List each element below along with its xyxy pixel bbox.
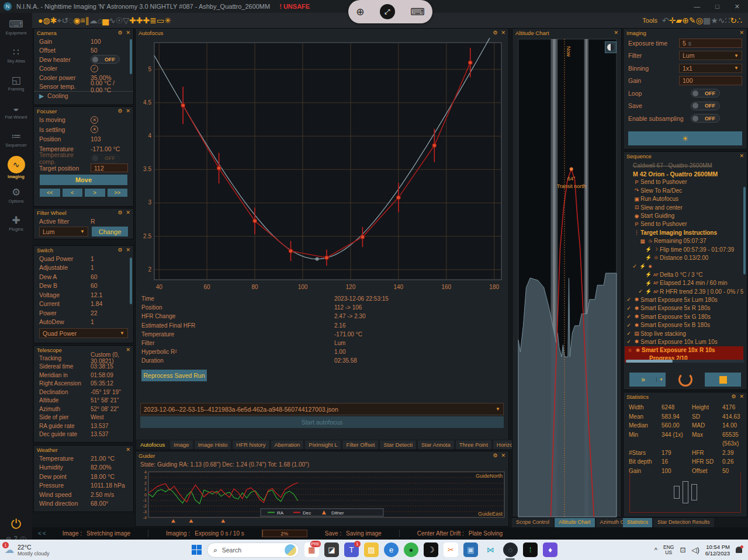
magnifier-icon[interactable]: ⊕ bbox=[356, 6, 364, 18]
autofocus-tab[interactable]: Image bbox=[169, 440, 193, 450]
settings-icon[interactable]: ⚙ bbox=[493, 453, 497, 458]
collapse-button[interactable]: << bbox=[38, 530, 47, 537]
close-icon[interactable]: ✕ bbox=[739, 394, 744, 399]
camera-scrollbar[interactable] bbox=[130, 39, 132, 74]
frame-icon[interactable]: ▭ bbox=[157, 16, 164, 25]
autofocus-tab[interactable]: Autofocus bbox=[136, 440, 169, 450]
start-autofocus-button[interactable]: Start autofocus bbox=[140, 416, 504, 428]
sequence-item[interactable]: ↷ Slew To Ra/Dec bbox=[625, 186, 743, 194]
sequence-item[interactable]: ✓ ▤ Stop live stacking bbox=[625, 329, 743, 338]
change-filter-button[interactable]: Change bbox=[92, 227, 128, 236]
binning-select[interactable]: 1x1▼ bbox=[679, 64, 742, 73]
undo-icon[interactable]: ↶ bbox=[662, 16, 669, 25]
step-fwd-button[interactable]: > bbox=[85, 189, 105, 197]
sequence-item[interactable]: ⚡ ☽ Flip time 00:57:39 - 01:07:39 bbox=[636, 245, 743, 253]
autofocus-tab[interactable]: PixInsight L bbox=[304, 440, 341, 450]
cooling-expander-icon[interactable]: ▶ bbox=[39, 92, 44, 99]
guider-icon[interactable]: ◉ bbox=[73, 16, 80, 25]
skip-instruction-button[interactable]: » ▾ bbox=[629, 373, 666, 387]
target-icon[interactable]: ◎ bbox=[696, 16, 703, 25]
star-detect-icon[interactable]: ∴ bbox=[737, 16, 742, 25]
capture-button[interactable]: ☀ bbox=[628, 131, 742, 145]
statistics-bottom-tab[interactable]: Statistics bbox=[623, 518, 652, 527]
minimize-button[interactable]: — bbox=[694, 3, 700, 11]
power-button[interactable]: ⏻ bbox=[0, 517, 32, 532]
taskbar-weather-widget[interactable]: ☁1 22°C Mostly cloudy bbox=[5, 544, 116, 556]
sequence-item[interactable]: ✓ ⚡ ◉ bbox=[631, 262, 743, 270]
exposure-time-input[interactable]: 5s bbox=[679, 39, 742, 48]
search-box[interactable]: ⌕ Search bbox=[207, 542, 299, 558]
target-position-input[interactable]: 112 bbox=[91, 164, 128, 172]
statistics-bottom-tab[interactable]: Star Detection Results bbox=[653, 518, 714, 527]
saved-run-select[interactable]: 2023-12-06--22-53-15--4121983a-6e5d-462a… bbox=[140, 403, 504, 415]
active-app-icon[interactable]: ◌ bbox=[503, 542, 518, 557]
phd2-icon[interactable]: ● bbox=[404, 542, 418, 557]
maximize-button[interactable]: □ bbox=[715, 3, 719, 11]
reprocess-saved-run-button[interactable]: Reprocess Saved Run bbox=[141, 370, 207, 381]
loop-app-icon[interactable]: ♦ bbox=[543, 542, 557, 557]
sidebar-item[interactable]: ∷ Sky Atlas bbox=[0, 42, 32, 69]
wand-icon[interactable]: ✎ bbox=[689, 16, 696, 25]
settings-icon[interactable]: ⚙ bbox=[117, 108, 122, 114]
autofocus-tab[interactable]: HFR history bbox=[232, 440, 269, 450]
bowtie-app-icon[interactable]: ⋈ bbox=[483, 542, 498, 557]
star-icon[interactable]: ★ bbox=[711, 16, 718, 25]
settings-icon[interactable]: ⚙ bbox=[117, 247, 122, 253]
switch-icon[interactable]: ∥ bbox=[85, 16, 89, 25]
sequence-item[interactable]: ⚡ ◎ Distance 0.13/2.00 bbox=[636, 253, 743, 262]
edge-icon[interactable]: e bbox=[384, 542, 399, 557]
close-icon[interactable]: ✕ bbox=[126, 108, 130, 114]
sequence-item[interactable]: ⋮ Target Imaging Instructions bbox=[625, 228, 743, 236]
filter-select[interactable]: Lum▼ bbox=[39, 227, 88, 236]
settings-icon[interactable]: ⚙ bbox=[731, 394, 736, 399]
photos-icon[interactable]: ◪ bbox=[324, 542, 339, 557]
save-toggle[interactable]: OFF bbox=[691, 102, 720, 110]
history-icon[interactable]: ↻ bbox=[730, 16, 737, 25]
sequence-item[interactable]: ✓ ⚡ AF R HFR trend 2.39 | 0.00 - 0% / 5% bbox=[636, 287, 743, 295]
sidebar-item[interactable]: ∿ Imaging bbox=[0, 154, 32, 181]
sequencer-app-icon[interactable]: ⁞ bbox=[523, 542, 538, 557]
cooling-label[interactable]: Cooling bbox=[47, 92, 68, 99]
remote-desktop-pill[interactable]: ⊕ ⤢ ⌨ bbox=[348, 0, 432, 23]
close-icon[interactable]: ✕ bbox=[501, 30, 505, 36]
loop-toggle[interactable]: OFF bbox=[691, 89, 720, 98]
move-button[interactable]: Move bbox=[40, 175, 127, 185]
layers-icon[interactable]: ≣ bbox=[150, 16, 157, 25]
sidebar-item[interactable]: ⚙ Options bbox=[0, 182, 32, 209]
zoom-icon[interactable]: ⊕ bbox=[682, 16, 689, 25]
sidebar-item[interactable]: ⌨ Equipment bbox=[0, 14, 32, 41]
nina-icon[interactable]: ☽ bbox=[424, 542, 438, 557]
sequence-item[interactable]: ⚡ AF Delta 0 °C / 3 °C bbox=[636, 270, 743, 279]
switch-scrollbar[interactable] bbox=[130, 258, 132, 304]
weather-graph-icon[interactable]: ∿ bbox=[109, 16, 116, 25]
sequence-item[interactable]: M 42 Orion - Quattro 2600MM bbox=[625, 169, 743, 178]
autofocus-tab[interactable]: Image Histo bbox=[194, 440, 232, 450]
start-button[interactable] bbox=[192, 545, 202, 555]
switch-select[interactable]: Quad Power▼ bbox=[39, 328, 128, 338]
bulb-icon[interactable]: ☉ bbox=[116, 16, 123, 25]
close-icon[interactable]: ✕ bbox=[739, 153, 744, 159]
close-icon[interactable]: ✕ bbox=[126, 30, 130, 36]
notification-bell-icon[interactable] bbox=[736, 547, 742, 553]
teams-icon[interactable]: T1 bbox=[344, 542, 359, 557]
sequence-item[interactable]: ⊡ Slew and center bbox=[625, 203, 743, 211]
wheel-icon[interactable]: ✳ bbox=[164, 16, 171, 25]
close-icon[interactable]: ✕ bbox=[739, 30, 744, 36]
flat-panel-icon[interactable]: ≡ bbox=[81, 16, 85, 25]
close-icon[interactable]: ✕ bbox=[126, 447, 130, 453]
sequence-item[interactable]: ◉ Start Guiding bbox=[625, 211, 743, 220]
step-back-large-button[interactable]: << bbox=[40, 189, 60, 197]
sidebar-item[interactable]: ✚ Plugins bbox=[0, 210, 32, 237]
sequence-item[interactable]: ▣ Run Autofocus bbox=[625, 195, 743, 203]
close-icon[interactable]: ✕ bbox=[126, 247, 130, 253]
sidebar-item[interactable]: ≔ Sequencer bbox=[0, 126, 32, 153]
sequence-item[interactable]: ✓ ✱ Smart Exposure 5x B 180s bbox=[625, 321, 743, 329]
reticle-icon[interactable]: ✛ bbox=[669, 16, 676, 25]
close-icon[interactable]: ✕ bbox=[126, 210, 130, 215]
file-explorer-icon[interactable]: ▨ bbox=[364, 542, 379, 557]
step-back-button[interactable]: < bbox=[63, 189, 83, 197]
sequence-item[interactable]: P Send to Pushover bbox=[625, 178, 743, 186]
altitude-bottom-tab[interactable]: Scope Control bbox=[512, 518, 553, 527]
autofocus-tab[interactable]: Three Point bbox=[455, 440, 492, 450]
remote-desktop-icon[interactable]: ⤢ bbox=[380, 4, 395, 19]
